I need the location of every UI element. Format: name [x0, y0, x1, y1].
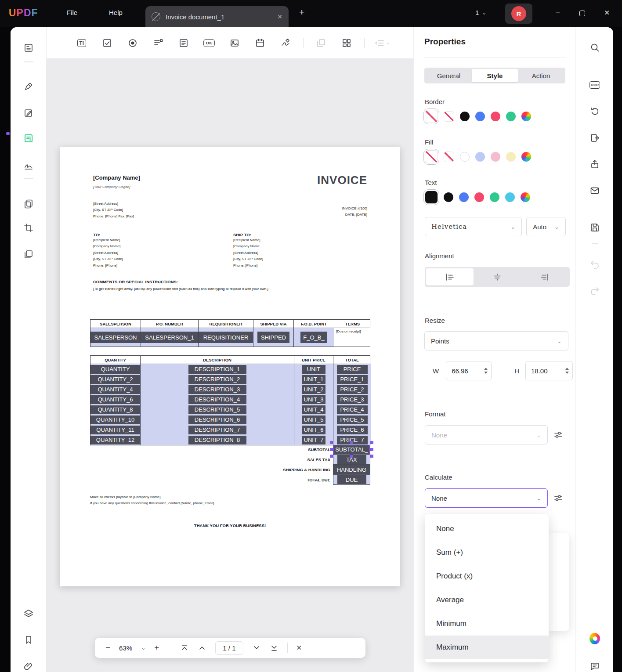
- resize-unit-select[interactable]: Points ⌄: [424, 331, 568, 350]
- calculate-option-maximum[interactable]: Maximum: [425, 636, 549, 659]
- email-button[interactable]: [589, 185, 600, 196]
- selection-handle[interactable]: [330, 455, 333, 458]
- fob-point-field[interactable]: F_O_B_: [300, 332, 327, 343]
- bookmark-panel-button[interactable]: [23, 634, 34, 646]
- border-color-swatch[interactable]: [506, 112, 516, 121]
- description-field[interactable]: DESCRIPTION_2: [188, 375, 246, 384]
- quantity-field[interactable]: QUANTITY_6: [90, 395, 140, 404]
- fill-color-swatch[interactable]: [460, 152, 470, 162]
- combo-box-tool[interactable]: [176, 35, 192, 51]
- list-box-tool[interactable]: [150, 35, 166, 51]
- undo-button[interactable]: [589, 259, 600, 270]
- selection-handle[interactable]: [330, 448, 333, 451]
- feedback-button[interactable]: [589, 661, 600, 672]
- border-color-swatch[interactable]: [460, 112, 470, 121]
- selection-handle[interactable]: [370, 441, 373, 444]
- shipped-via-field[interactable]: SHIPPED: [257, 332, 289, 343]
- duplicate-field-tool[interactable]: [313, 35, 329, 51]
- prepare-form-button[interactable]: [23, 133, 34, 144]
- crop-button[interactable]: [23, 222, 34, 234]
- tab-action[interactable]: Action: [518, 69, 564, 82]
- height-spinner[interactable]: [565, 368, 569, 374]
- tab-close-icon[interactable]: ✕: [277, 13, 282, 20]
- text-color-swatch[interactable]: [474, 192, 484, 202]
- font-family-select[interactable]: Helvetica ⌄: [425, 217, 522, 236]
- text-custom-color-swatch[interactable]: [521, 192, 530, 202]
- description-field[interactable]: DESCRIPTION_5: [188, 405, 246, 414]
- font-size-select[interactable]: Auto ⌄: [526, 217, 566, 236]
- po-number-field[interactable]: SALESPERSON_1: [141, 332, 198, 343]
- text-field-tool[interactable]: TI: [74, 35, 90, 51]
- text-color-swatch[interactable]: [459, 192, 469, 202]
- zoom-in-icon[interactable]: +: [154, 643, 159, 653]
- align-center-button[interactable]: [474, 268, 521, 285]
- description-field[interactable]: DESCRIPTION_1: [188, 365, 246, 374]
- previous-page-button[interactable]: [198, 643, 206, 652]
- border-color-swatch[interactable]: [475, 112, 485, 121]
- calculate-settings-icon[interactable]: [554, 494, 563, 502]
- redo-button[interactable]: [589, 285, 600, 296]
- selection-handle[interactable]: [330, 441, 333, 444]
- align-left-button[interactable]: [426, 268, 474, 285]
- salesperson-field[interactable]: SALESPERSON: [90, 332, 141, 343]
- calculate-select[interactable]: None ⌄: [425, 488, 548, 508]
- menu-help[interactable]: Help: [109, 9, 123, 16]
- tab-general[interactable]: General: [426, 69, 472, 82]
- tab-style[interactable]: Style: [472, 69, 518, 82]
- pdf-page[interactable]: [Company Name] [Your Company Slogan] INV…: [60, 147, 400, 586]
- align-fields-tool[interactable]: ⌄: [374, 35, 390, 51]
- description-field[interactable]: DESCRIPTION_3: [188, 385, 246, 394]
- total-field[interactable]: PRICE_5: [337, 415, 368, 424]
- border-custom-color-swatch[interactable]: [521, 112, 531, 121]
- ai-assistant-button[interactable]: [589, 633, 600, 644]
- fill-color-swatch[interactable]: [475, 152, 485, 162]
- quantity-field[interactable]: QUANTITY_12: [90, 436, 140, 444]
- align-right-button[interactable]: [521, 268, 568, 285]
- total-field[interactable]: PRICE_3: [337, 395, 368, 404]
- text-color-swatch[interactable]: [444, 192, 453, 202]
- total-field[interactable]: PRICE: [337, 365, 368, 374]
- layers-panel-button[interactable]: [23, 608, 34, 619]
- fill-clear-swatch[interactable]: [444, 152, 454, 162]
- calculate-option-none[interactable]: None: [425, 517, 549, 541]
- calculate-option-average[interactable]: Average: [425, 588, 549, 612]
- selection-handle[interactable]: [370, 448, 373, 451]
- next-page-button[interactable]: [252, 643, 261, 652]
- subtotal-field-selected[interactable]: SUBTOTAL_: [333, 445, 370, 454]
- unit-price-field[interactable]: UNIT_6: [302, 426, 325, 434]
- selection-handle[interactable]: [350, 441, 353, 444]
- quantity-field[interactable]: QUANTITY_2: [90, 375, 140, 384]
- format-select[interactable]: None ⌄: [425, 425, 548, 444]
- fill-color-swatch[interactable]: [506, 152, 516, 162]
- text-color-selected-swatch[interactable]: [425, 191, 438, 204]
- search-button[interactable]: [589, 42, 600, 53]
- radio-button-tool[interactable]: [125, 35, 141, 51]
- unit-price-field[interactable]: UNIT_1: [302, 375, 325, 384]
- description-field[interactable]: DESCRIPTION_6: [188, 415, 246, 424]
- save-button[interactable]: [589, 222, 600, 233]
- total-field[interactable]: PRICE_1: [337, 375, 368, 384]
- account-button[interactable]: R: [505, 4, 532, 24]
- fill-custom-color-swatch[interactable]: [521, 152, 531, 162]
- description-field[interactable]: DESCRIPTION_4: [188, 395, 246, 404]
- quantity-field[interactable]: QUANTITY_4: [90, 385, 140, 394]
- selection-handle[interactable]: [350, 455, 353, 458]
- fill-color-swatch[interactable]: [491, 152, 500, 162]
- handling-field[interactable]: HANDLING: [333, 465, 370, 474]
- calculate-option-minimum[interactable]: Minimum: [425, 612, 549, 636]
- due-field[interactable]: DUE: [337, 475, 366, 484]
- share-button[interactable]: [589, 159, 600, 170]
- total-field[interactable]: PRICE_6: [337, 426, 368, 434]
- quantity-field[interactable]: QUANTITY_11: [90, 426, 140, 434]
- format-settings-icon[interactable]: [554, 430, 563, 439]
- unit-price-field[interactable]: UNIT_4: [302, 405, 325, 414]
- window-maximize-icon[interactable]: [579, 11, 585, 16]
- edit-pdf-button[interactable]: [23, 107, 34, 119]
- menu-file[interactable]: File: [67, 9, 77, 16]
- unit-price-field[interactable]: UNIT_7: [302, 436, 325, 444]
- attachment-panel-button[interactable]: [23, 661, 34, 672]
- unit-price-field[interactable]: UNIT: [302, 365, 325, 374]
- annotate-tool-button[interactable]: [23, 81, 34, 92]
- requisitioner-field[interactable]: REQUISITIONER: [199, 332, 253, 343]
- window-minimize-icon[interactable]: −: [556, 9, 560, 18]
